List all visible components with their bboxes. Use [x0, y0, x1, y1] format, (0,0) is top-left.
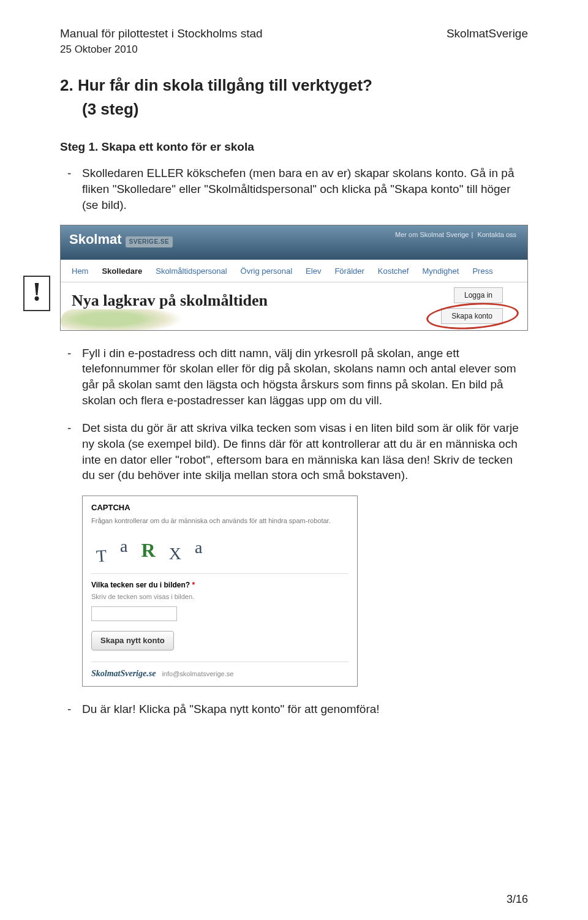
captcha-question: Vilka tecken ser du i bilden? *: [91, 580, 349, 590]
nav-tab[interactable]: Elev: [306, 266, 321, 277]
footer-brand: SkolmatSverige.se: [91, 668, 156, 680]
page-number: 3/16: [507, 892, 528, 907]
nav-tab[interactable]: Förälder: [334, 266, 364, 277]
nav-tab[interactable]: Hem: [72, 266, 88, 277]
nav-tab[interactable]: Press: [472, 266, 492, 277]
header-right: SkolmatSverige: [447, 26, 528, 56]
site-logo: Skolmat SVERIGE.SE: [69, 230, 173, 249]
page-header: Manual för pilottestet i Stockholms stad…: [60, 26, 528, 56]
captcha-char: R: [141, 537, 156, 564]
submit-create-button[interactable]: Skapa nytt konto: [91, 631, 174, 650]
captcha-char: T: [96, 545, 108, 568]
nav-tab[interactable]: Övrig personal: [241, 266, 293, 277]
login-button[interactable]: Logga in: [454, 287, 503, 303]
paragraph: Skolledaren ELLER kökschefen (men bara e…: [82, 165, 528, 213]
screenshot-captcha: CAPTCHA Frågan kontrollerar om du är män…: [82, 496, 358, 687]
hero-headline: Nya lagkrav på skolmåltiden: [72, 290, 268, 311]
section-subheading: (3 steg): [82, 99, 528, 120]
captcha-desc: Frågan kontrollerar om du är människa oc…: [91, 516, 349, 526]
step-title: Steg 1. Skapa ett konto för er skola: [60, 139, 528, 155]
nav-tabs: HemSkolledareSkolmåltidspersonalÖvrig pe…: [61, 260, 527, 282]
logo-text: Skolmat: [69, 230, 122, 249]
logo-tag: SVERIGE.SE: [126, 236, 173, 247]
screenshot-nav: Skolmat SVERIGE.SE Mer om Skolmat Sverig…: [60, 225, 528, 331]
nav-tab[interactable]: Skolledare: [102, 266, 142, 277]
top-link-about[interactable]: Mer om Skolmat Sverige: [393, 231, 471, 238]
captcha-char: a: [195, 536, 202, 559]
top-link-contact[interactable]: Kontakta oss: [475, 231, 519, 238]
captcha-image: TaRXa: [91, 532, 349, 568]
section-heading: 2. Hur får din skola tillgång till verkt…: [60, 75, 528, 96]
captcha-title: CAPTCHA: [91, 502, 349, 513]
header-title: Manual för pilottestet i Stockholms stad: [60, 26, 263, 42]
exclamation-callout: !: [23, 276, 50, 311]
captcha-hint: Skriv de tecken som visas i bilden.: [91, 592, 349, 601]
footer-email: info@skolmatsverige.se: [162, 669, 233, 679]
create-account-button[interactable]: Skapa konto: [441, 308, 503, 324]
captcha-input[interactable]: [91, 606, 177, 621]
top-links: Mer om Skolmat Sverige| Kontakta oss: [393, 230, 519, 239]
nav-tab[interactable]: Kostchef: [378, 266, 409, 277]
captcha-char: a: [120, 535, 127, 558]
nav-tab[interactable]: Skolmåltidspersonal: [156, 266, 227, 277]
captcha-char: X: [169, 542, 181, 565]
nav-tab[interactable]: Myndighet: [422, 266, 459, 277]
hero-image: [61, 309, 183, 330]
paragraph: Fyll i din e-postadress och ditt namn, v…: [82, 345, 528, 409]
required-asterisk: *: [192, 581, 195, 589]
paragraph: Du är klar! Klicka på "Skapa nytt konto"…: [82, 701, 528, 717]
header-date: 25 Oktober 2010: [60, 42, 263, 57]
paragraph: Det sista du gör är att skriva vilka tec…: [82, 420, 528, 483]
